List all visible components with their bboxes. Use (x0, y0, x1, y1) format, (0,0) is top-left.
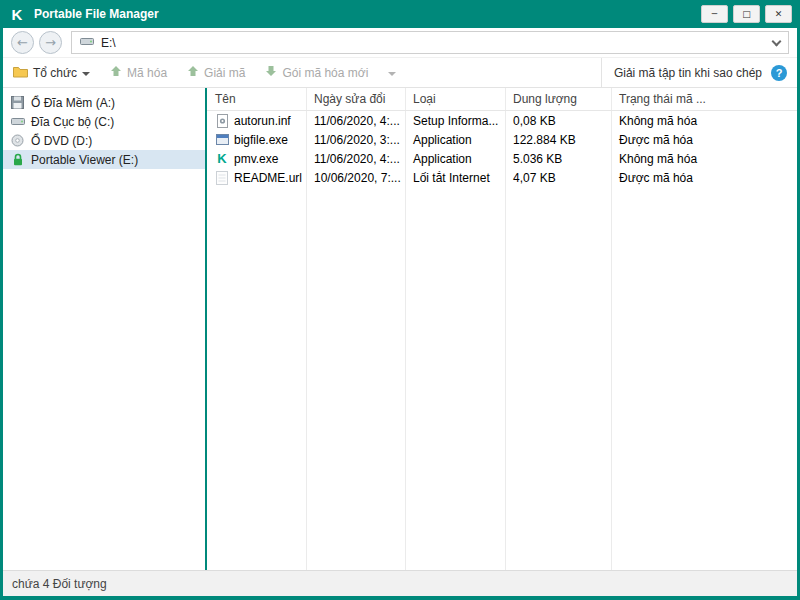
lock-icon (10, 153, 25, 166)
file-status: Được mã hóa (611, 171, 797, 185)
file-row[interactable]: bigfile.exe 11/06/2020, 3:... Applicatio… (207, 130, 797, 149)
decrypt-label: Giải mã (204, 66, 245, 80)
file-row[interactable]: K pmv.exe 11/06/2020, 4:... Application … (207, 149, 797, 168)
organize-button[interactable]: Tổ chức (13, 65, 90, 81)
sidebar-item-floppy-a[interactable]: Ổ Đĩa Mềm (A:) (3, 93, 205, 112)
sidebar-item-label: Ổ Đĩa Mềm (A:) (31, 96, 115, 110)
file-name: pmv.exe (234, 152, 278, 166)
file-size: 4,07 KB (505, 171, 611, 185)
file-status: Không mã hóa (611, 114, 797, 128)
folder-icon (13, 65, 28, 81)
file-name: bigfile.exe (234, 133, 288, 147)
app-window: K Portable File Manager ─ □ ✕ ← → E:\ (0, 0, 800, 600)
column-header-modified[interactable]: Ngày sửa đổi (306, 92, 405, 106)
new-package-menu-caret-icon[interactable] (388, 72, 396, 76)
chevron-down-icon[interactable] (772, 36, 782, 46)
floppy-icon (10, 96, 25, 109)
file-modified: 11/06/2020, 4:... (306, 114, 405, 128)
file-status: Không mã hóa (611, 152, 797, 166)
title-bar[interactable]: K Portable File Manager ─ □ ✕ (0, 0, 800, 28)
file-size: 0,08 KB (505, 114, 611, 128)
file-type: Setup Informa... (405, 114, 505, 128)
file-modified: 10/06/2020, 7:... (306, 171, 405, 185)
sidebar-item-local-disk-c[interactable]: Đĩa Cục bộ (C:) (3, 112, 205, 131)
window-controls: ─ □ ✕ (701, 5, 792, 23)
help-icon[interactable]: ? (771, 65, 787, 81)
file-name: autorun.inf (234, 114, 291, 128)
encrypt-label: Mã hóa (127, 66, 167, 80)
window-title: Portable File Manager (34, 7, 159, 21)
sidebar-item-label: Đĩa Cục bộ (C:) (31, 115, 114, 129)
caret-down-icon (82, 72, 90, 76)
status-bar: chứa 4 Đối tượng (3, 570, 797, 596)
decrypt-on-copy-label[interactable]: Giải mã tập tin khi sao chép (614, 66, 762, 80)
back-button[interactable]: ← (11, 31, 34, 54)
kaspersky-app-icon: K (215, 152, 229, 165)
organize-label: Tổ chức (33, 66, 77, 80)
navigation-bar: ← → E:\ (3, 28, 797, 58)
minimize-button[interactable]: ─ (701, 5, 728, 23)
file-size: 5.036 KB (505, 152, 611, 166)
column-header-type[interactable]: Loại (405, 92, 505, 106)
column-header-name[interactable]: Tên (207, 92, 306, 106)
maximize-button[interactable]: □ (733, 5, 760, 23)
status-text: chứa 4 Đối tượng (12, 577, 107, 591)
file-type: Application (405, 133, 505, 147)
main-content: Ổ Đĩa Mềm (A:) Đĩa Cục bộ (C:) Ổ DVD (D:… (3, 88, 797, 570)
close-button[interactable]: ✕ (765, 5, 792, 23)
address-path: E:\ (101, 36, 116, 50)
new-package-label: Gói mã hóa mới (282, 66, 368, 80)
file-modified: 11/06/2020, 4:... (306, 152, 405, 166)
encrypt-button[interactable]: Mã hóa (110, 65, 167, 80)
new-package-button[interactable]: Gói mã hóa mới (265, 65, 368, 80)
toolbar-right-group: Giải mã tập tin khi sao chép ? (601, 58, 797, 87)
sidebar-item-dvd-d[interactable]: Ổ DVD (D:) (3, 131, 205, 150)
column-header-status[interactable]: Trạng thái mã ... (611, 92, 797, 106)
file-row[interactable]: README.url 10/06/2020, 7:... Lối tắt Int… (207, 168, 797, 187)
arrow-down-icon (265, 65, 277, 80)
arrow-up-icon (110, 65, 122, 80)
kaspersky-logo-icon: K (8, 6, 26, 23)
sidebar-item-label: Ổ DVD (D:) (31, 134, 92, 148)
application-icon (215, 133, 229, 146)
file-row[interactable]: autorun.inf 11/06/2020, 4:... Setup Info… (207, 111, 797, 130)
file-modified: 11/06/2020, 3:... (306, 133, 405, 147)
sidebar-item-portable-viewer-e[interactable]: Portable Viewer (E:) (3, 150, 205, 169)
drive-icon (80, 35, 94, 50)
list-header: Tên Ngày sửa đổi Loại Dung lượng Trạng t… (207, 88, 797, 111)
decrypt-button[interactable]: Giải mã (187, 65, 245, 80)
setup-file-icon (215, 114, 229, 128)
column-header-size[interactable]: Dung lượng (505, 92, 611, 106)
address-bar[interactable]: E:\ (71, 31, 789, 54)
toolbar: Tổ chức Mã hóa Giải mã Gói mã hóa mới (3, 58, 797, 88)
sidebar-item-label: Portable Viewer (E:) (31, 153, 138, 167)
file-size: 122.884 KB (505, 133, 611, 147)
file-list: Tên Ngày sửa đổi Loại Dung lượng Trạng t… (207, 88, 797, 570)
file-status: Được mã hóa (611, 133, 797, 147)
hdd-icon (10, 115, 25, 128)
file-type: Lối tắt Internet (405, 171, 505, 185)
arrow-up-icon (187, 65, 199, 80)
folder-tree: Ổ Đĩa Mềm (A:) Đĩa Cục bộ (C:) Ổ DVD (D:… (3, 88, 205, 570)
file-name: README.url (234, 171, 302, 185)
dvd-icon (10, 134, 25, 147)
file-type: Application (405, 152, 505, 166)
window-body: ← → E:\ Tổ chức Mã (3, 28, 797, 596)
url-file-icon (215, 171, 229, 185)
forward-button[interactable]: → (39, 31, 62, 54)
